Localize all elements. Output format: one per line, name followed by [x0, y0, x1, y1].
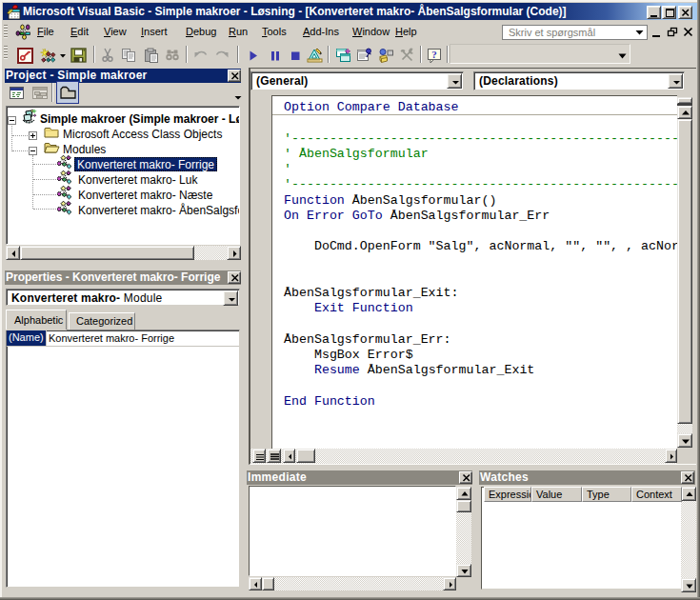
- svg-text:?: ?: [431, 49, 437, 60]
